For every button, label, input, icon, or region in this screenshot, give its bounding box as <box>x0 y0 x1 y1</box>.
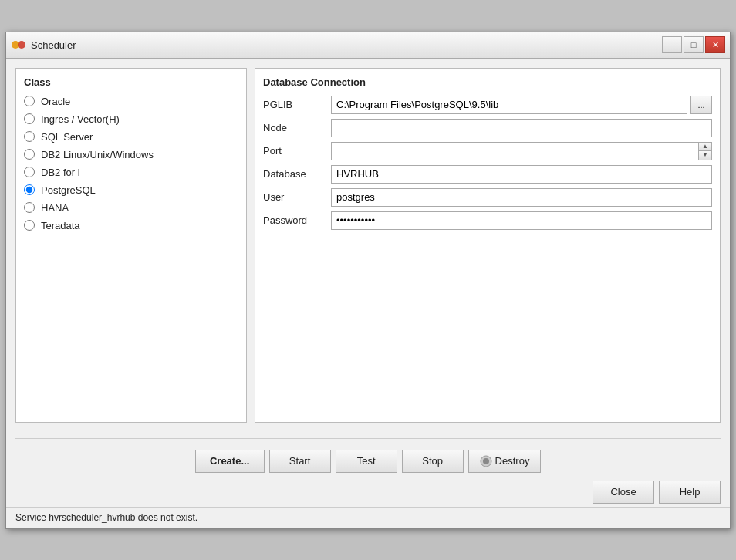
minimize-button[interactable]: — <box>662 36 682 53</box>
destroy-button[interactable]: Destroy <box>468 450 542 473</box>
port-spin-up[interactable]: ▲ <box>699 143 711 152</box>
password-input[interactable] <box>331 211 712 230</box>
port-spin-down[interactable]: ▼ <box>699 151 711 160</box>
database-label: Database <box>263 168 325 180</box>
class-panel-title: Class <box>24 76 238 88</box>
database-input[interactable] <box>331 165 712 184</box>
test-button[interactable]: Test <box>336 450 397 473</box>
start-button[interactable]: Start <box>269 450 331 473</box>
password-label: Password <box>263 214 325 226</box>
status-message: Service hvrscheduler_hvrhub does not exi… <box>15 512 198 523</box>
port-input[interactable] <box>331 142 698 160</box>
pglib-input[interactable] <box>331 96 687 114</box>
class-panel: Class Oracle Ingres / Vector(H) SQL Serv… <box>15 68 247 423</box>
destroy-icon <box>480 455 492 467</box>
node-input[interactable] <box>331 119 712 137</box>
pglib-browse-button[interactable]: ... <box>690 96 712 114</box>
radio-sqlserver[interactable]: SQL Server <box>24 131 238 143</box>
title-controls: — □ ✕ <box>662 36 725 53</box>
radio-oracle[interactable]: Oracle <box>24 96 238 107</box>
pglib-label: PGLIB <box>263 99 325 110</box>
radio-oracle-label: Oracle <box>41 96 70 107</box>
class-radio-group: Oracle Ingres / Vector(H) SQL Server DB2… <box>24 96 238 231</box>
main-content: Class Oracle Ingres / Vector(H) SQL Serv… <box>6 59 730 432</box>
create-button[interactable]: Create... <box>195 450 265 473</box>
radio-db2i[interactable]: DB2 for i <box>24 167 238 178</box>
svg-point-3 <box>483 458 489 464</box>
port-field-wrap: ▲ ▼ <box>331 142 712 160</box>
db-connection-title: Database Connection <box>263 76 712 88</box>
radio-db2linux-label: DB2 Linux/Unix/Windows <box>41 149 154 160</box>
radio-ingres[interactable]: Ingres / Vector(H) <box>24 113 238 125</box>
radio-teradata[interactable]: Teradata <box>24 220 238 231</box>
radio-hana-label: HANA <box>41 202 69 214</box>
port-spinner: ▲ ▼ <box>698 142 712 160</box>
radio-teradata-label: Teradata <box>41 220 80 231</box>
radio-db2i-label: DB2 for i <box>41 167 80 178</box>
help-button[interactable]: Help <box>659 481 721 504</box>
window-title: Scheduler <box>31 39 76 51</box>
node-label: Node <box>263 122 325 133</box>
user-input[interactable] <box>331 188 712 207</box>
db-connection-panel: Database Connection PGLIB ... Node Port … <box>255 68 721 423</box>
radio-db2linux[interactable]: DB2 Linux/Unix/Windows <box>24 149 238 160</box>
port-label: Port <box>263 145 325 157</box>
radio-sqlserver-label: SQL Server <box>41 131 93 143</box>
radio-postgresql[interactable]: PostgreSQL <box>24 184 238 196</box>
radio-ingres-label: Ingres / Vector(H) <box>41 113 120 125</box>
app-icon <box>11 37 26 52</box>
svg-point-1 <box>18 41 25 49</box>
close-window-button[interactable]: ✕ <box>705 36 725 53</box>
user-label: User <box>263 191 325 203</box>
pglib-field-wrap: ... <box>331 96 712 114</box>
action-buttons-row: Create... Start Test Stop Destroy <box>6 445 730 477</box>
main-window: Scheduler — □ ✕ Class Oracle Ingres / Ve… <box>5 32 731 529</box>
title-bar: Scheduler — □ ✕ <box>6 32 730 59</box>
stop-button[interactable]: Stop <box>402 450 464 473</box>
title-bar-left: Scheduler <box>11 37 76 52</box>
dialog-buttons-row: Close Help <box>6 477 730 507</box>
radio-postgresql-label: PostgreSQL <box>41 184 96 196</box>
status-bar: Service hvrscheduler_hvrhub does not exi… <box>6 507 730 528</box>
maximize-button[interactable]: □ <box>684 36 704 53</box>
divider-1 <box>15 438 721 439</box>
db-form: PGLIB ... Node Port ▲ ▼ <box>263 96 712 230</box>
close-button[interactable]: Close <box>593 481 654 504</box>
radio-hana[interactable]: HANA <box>24 202 238 214</box>
